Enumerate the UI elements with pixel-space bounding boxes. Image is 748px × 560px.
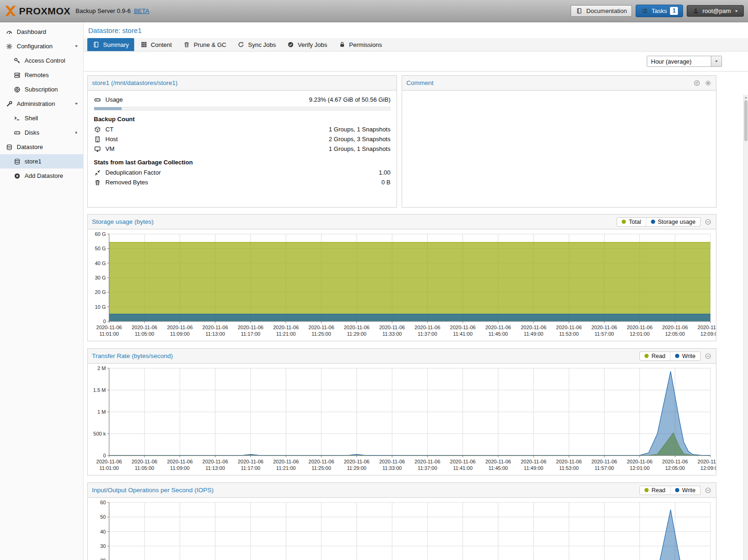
stat-row-removed-bytes: Removed Bytes0 B (94, 177, 390, 187)
legend-dot (651, 220, 655, 224)
tab-label: Summary (103, 41, 129, 48)
svg-text:2020-11-06: 2020-11-06 (308, 325, 334, 330)
legend-dot (675, 488, 679, 492)
beta-link[interactable]: BETA (134, 7, 149, 14)
svg-text:11:37:00: 11:37:00 (418, 465, 437, 471)
svg-text:2020-11-06: 2020-11-06 (485, 459, 511, 464)
usage-progress-fill (94, 107, 122, 110)
svg-text:12:09:00: 12:09:00 (701, 331, 716, 337)
sidebar-nav: DashboardConfigurationAccess ControlRemo… (0, 22, 84, 560)
sidebar-item-disks[interactable]: Disks (0, 125, 83, 140)
key-icon (13, 58, 21, 64)
database-icon (13, 158, 21, 165)
gc-stats-title: Stats from last Garbage Collection (94, 159, 390, 166)
tab-summary[interactable]: Summary (87, 38, 134, 51)
scrollbar-thumb[interactable] (744, 100, 748, 141)
storage-usage-chart-svg: 010 G20 G30 G40 G50 G60 G2020-11-0611:01… (88, 229, 716, 341)
storage-chart-title: Storage usage (bytes) (92, 218, 154, 225)
gear-icon[interactable] (704, 80, 712, 86)
svg-text:11:01:00: 11:01:00 (99, 331, 119, 337)
book-icon (576, 8, 583, 14)
stat-label: Deduplication Factor (105, 169, 161, 176)
vertical-scrollbar[interactable]: ▲ (743, 95, 748, 560)
stat-row-deduplication-factor: Deduplication Factor1.00 (94, 168, 390, 177)
user-icon (692, 8, 699, 14)
documentation-button[interactable]: Documentation (571, 5, 632, 17)
svg-text:40 G: 40 G (95, 260, 106, 266)
scrollbar-up-arrow[interactable]: ▲ (744, 95, 748, 100)
svg-text:11:13:00: 11:13:00 (206, 465, 225, 471)
reload-circle-icon[interactable] (693, 80, 701, 86)
hdd-icon (94, 97, 101, 103)
tab-sync-jobs[interactable]: Sync Jobs (232, 38, 281, 51)
desktop-icon (94, 146, 101, 152)
caret-right-icon[interactable] (74, 130, 79, 135)
tasks-button[interactable]: Tasks 1 (636, 5, 683, 17)
sidebar-item-label: Dashboard (17, 28, 46, 35)
caret-down-icon[interactable] (74, 44, 79, 49)
tab-permissions[interactable]: Permissions (333, 38, 387, 51)
svg-text:60: 60 (100, 500, 106, 505)
legend-item-write[interactable]: Write (670, 352, 700, 360)
transfer-rate-chart: 0500 k1 M1.5 M2 M2020-11-0611:01:002020-… (88, 364, 716, 475)
storage-usage-chart-panel: Storage usage (bytes) TotalStorage usage… (87, 214, 716, 341)
sidebar-item-store1[interactable]: store1 (0, 154, 83, 169)
iops-chart-title: Input/Output Operations per Second (IOPS… (92, 487, 214, 494)
svg-text:12:01:00: 12:01:00 (630, 465, 650, 471)
svg-text:2020-11-06: 2020-11-06 (592, 459, 617, 464)
legend-item-storage-usage[interactable]: Storage usage (646, 218, 700, 226)
sidebar-item-access-control[interactable]: Access Control (0, 53, 83, 68)
sidebar-item-administration[interactable]: Administration (0, 97, 83, 111)
stat-row-ct: CT1 Groups, 1 Snapshots (94, 124, 390, 134)
legend-item-total[interactable]: Total (617, 218, 645, 226)
stat-label: Host (105, 136, 118, 143)
stat-row-host: Host2 Groups, 3 Snapshots (94, 134, 390, 144)
svg-text:2020-11-06: 2020-11-06 (450, 459, 475, 464)
tab-prune-gc[interactable]: Prune & GC (178, 38, 231, 51)
svg-text:2020-11-06: 2020-11-06 (379, 325, 405, 330)
svg-text:2020-11-06: 2020-11-06 (415, 459, 440, 464)
svg-text:11:09:00: 11:09:00 (170, 331, 189, 337)
svg-text:10 G: 10 G (95, 304, 106, 310)
legend-item-read[interactable]: Read (640, 352, 670, 360)
svg-text:2020-11-06: 2020-11-06 (662, 459, 688, 464)
refresh-icon (237, 41, 245, 48)
sidebar-item-dashboard[interactable]: Dashboard (0, 25, 83, 39)
storage-usage-chart: 010 G20 G30 G40 G50 G60 G2020-11-0611:01… (88, 229, 716, 341)
sidebar-item-datastore[interactable]: Datastore (0, 140, 83, 154)
svg-text:2020-11-06: 2020-11-06 (450, 325, 475, 330)
combobox-trigger[interactable] (711, 56, 722, 66)
sidebar-item-configuration[interactable]: Configuration (0, 39, 83, 53)
tab-content[interactable]: Content (135, 38, 177, 51)
sidebar-item-subscription[interactable]: Subscription (0, 82, 83, 97)
stat-label: CT (105, 126, 113, 133)
timeframe-combobox[interactable]: Hour (average) (647, 56, 722, 67)
sidebar-item-shell[interactable]: Shell (0, 111, 83, 125)
svg-text:2 M: 2 M (98, 365, 106, 371)
legend-item-read[interactable]: Read (640, 486, 670, 495)
svg-text:11:17:00: 11:17:00 (241, 331, 260, 337)
minus-circle-icon[interactable] (704, 219, 712, 225)
sidebar-item-add-datastore[interactable]: Add Datastore (0, 169, 83, 183)
svg-text:11:13:00: 11:13:00 (206, 331, 225, 337)
comment-panel-body[interactable] (402, 91, 716, 210)
svg-text:2020-11-06: 2020-11-06 (697, 325, 716, 330)
legend-dot (644, 488, 649, 492)
minus-circle-icon[interactable] (704, 353, 712, 359)
svg-text:11:45:00: 11:45:00 (488, 465, 508, 471)
user-menu-button[interactable]: root@pam (687, 5, 744, 17)
svg-text:30: 30 (100, 543, 106, 549)
svg-text:20: 20 (100, 558, 106, 560)
caret-down-icon[interactable] (74, 101, 79, 106)
minus-circle-icon[interactable] (704, 487, 712, 494)
chart-legend: TotalStorage usage (617, 217, 701, 227)
stat-label: VM (105, 145, 115, 152)
iops-chart-panel: Input/Output Operations per Second (IOPS… (87, 482, 716, 560)
stat-value: 1 Groups, 1 Snapshots (329, 126, 390, 133)
svg-text:2020-11-06: 2020-11-06 (592, 325, 617, 330)
svg-text:11:41:00: 11:41:00 (453, 331, 473, 337)
tab-verify-jobs[interactable]: Verify Jobs (282, 38, 332, 51)
svg-text:2020-11-06: 2020-11-06 (344, 325, 370, 330)
sidebar-item-remotes[interactable]: Remotes (0, 68, 83, 82)
legend-item-write[interactable]: Write (670, 486, 700, 495)
